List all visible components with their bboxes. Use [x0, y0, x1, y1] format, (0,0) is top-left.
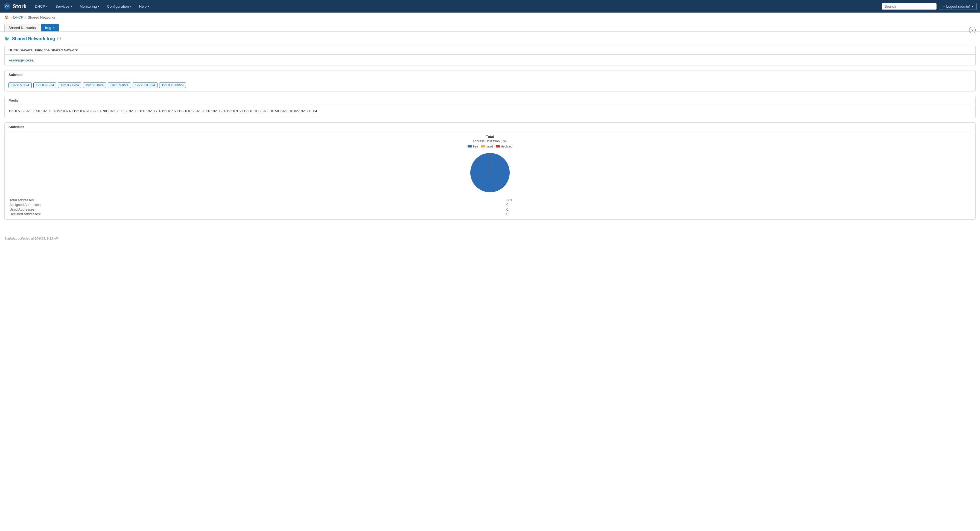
- statistics-section: Statistics Total Address Utilization (0%…: [5, 122, 975, 220]
- nav-right: → Logout (admin) ▾: [882, 3, 977, 10]
- dhcp-servers-section: DHCP Servers Using the Shared Network ke…: [5, 46, 975, 66]
- nav-monitoring[interactable]: Monitoring ▾: [76, 0, 103, 13]
- nav-menu: DHCP ▾ Services ▾ Monitoring ▾ Configura…: [31, 0, 882, 13]
- subnet-tag[interactable]: 192.0.10.0/24: [133, 82, 158, 88]
- chart-legend: free used declined: [8, 145, 972, 148]
- stat-value: 0: [506, 212, 972, 216]
- navbar: Stork DHCP ▾ Services ▾ Monitoring ▾ Con…: [0, 0, 980, 13]
- subnet-tag[interactable]: 192.0.8.0/24: [83, 82, 106, 88]
- stat-value: 0: [506, 208, 972, 211]
- subnet-tag[interactable]: 192.0.10.80/29: [159, 82, 186, 88]
- legend-free-label: free: [473, 145, 478, 148]
- network-icon: 🐦: [5, 36, 10, 41]
- statistics-header: Statistics: [5, 123, 975, 132]
- footer-text: Statistics collected at 10/9/23, 9:23 AM: [5, 237, 59, 240]
- legend-used-label: used: [487, 145, 493, 148]
- stat-label: Assigned Addresses:: [10, 203, 501, 207]
- legend-free-color: [468, 145, 472, 147]
- subnets-body: 192.0.5.0/24192.0.6.0/24192.0.7.0/24192.…: [5, 79, 975, 91]
- nav-dhcp[interactable]: DHCP ▾: [31, 0, 51, 13]
- page-title: 🐦 Shared Network frog ⓘ: [5, 36, 975, 41]
- dhcp-servers-body: kea@agent-kea: [5, 55, 975, 65]
- pools-section: Pools 192.0.5.1-192.0.5.50 192.0.6.1-192…: [5, 96, 975, 118]
- statistics-body: Total Address Utilization (0%) free used…: [5, 132, 975, 219]
- pools-body: 192.0.5.1-192.0.5.50 192.0.6.1-192.0.6.4…: [5, 105, 975, 118]
- page-footer: Statistics collected at 10/9/23, 9:23 AM: [0, 234, 980, 243]
- legend-used: used: [481, 145, 493, 148]
- stat-label: Used Addresses:: [10, 208, 501, 211]
- nav-configuration-chevron: ▾: [130, 5, 132, 8]
- info-icon[interactable]: ⓘ: [57, 36, 61, 41]
- search-input[interactable]: [882, 3, 937, 10]
- subnets-header: Subnets: [5, 70, 975, 79]
- tab-shared-networks[interactable]: Shared Networks: [5, 24, 40, 32]
- brand-name: Stork: [13, 3, 27, 10]
- nav-configuration[interactable]: Configuration ▾: [103, 0, 135, 13]
- nav-dhcp-chevron: ▾: [46, 5, 48, 8]
- pie-chart-container: [8, 151, 972, 195]
- logout-chevron: ▾: [972, 4, 974, 8]
- subnet-tag[interactable]: 192.0.7.0/24: [58, 82, 81, 88]
- chart-subtitle: Address Utilization (0%): [8, 139, 972, 143]
- subnet-tags: 192.0.5.0/24192.0.6.0/24192.0.7.0/24192.…: [8, 82, 972, 88]
- tab-frog[interactable]: frog ×: [41, 24, 59, 32]
- brand-logo[interactable]: Stork: [3, 2, 27, 10]
- nav-help[interactable]: Help ▾: [135, 0, 153, 13]
- legend-free: free: [468, 145, 478, 148]
- server-link[interactable]: kea@agent-kea: [8, 58, 33, 62]
- dhcp-servers-header: DHCP Servers Using the Shared Network: [5, 46, 975, 55]
- breadcrumb: 🏠 › DHCP › Shared Networks: [0, 13, 980, 22]
- logout-button[interactable]: → Logout (admin) ▾: [939, 3, 977, 10]
- stat-value: 0: [506, 203, 972, 207]
- stat-label: Declined Addresses:: [10, 212, 501, 216]
- breadcrumb-dhcp[interactable]: DHCP: [13, 15, 23, 19]
- nav-help-chevron: ▾: [148, 5, 149, 8]
- subnet-tag[interactable]: 192.0.5.0/24: [8, 82, 32, 88]
- subnets-section: Subnets 192.0.5.0/24192.0.6.0/24192.0.7.…: [5, 70, 975, 92]
- nav-monitoring-chevron: ▾: [98, 5, 99, 8]
- stat-value: 363: [506, 198, 972, 202]
- breadcrumb-current: Shared Networks: [28, 15, 55, 19]
- tab-close-icon[interactable]: ×: [53, 26, 55, 30]
- subnet-tag[interactable]: 192.0.9.0/24: [108, 82, 131, 88]
- stats-table: Total Addresses:363Assigned Addresses:0U…: [8, 198, 972, 216]
- subnet-tag[interactable]: 192.0.6.0/24: [33, 82, 57, 88]
- tabs-bar: Shared Networks frog ×: [0, 22, 980, 32]
- nav-services-chevron: ▾: [70, 5, 72, 8]
- legend-declined-label: declined: [501, 145, 512, 148]
- chart-title: Total: [8, 135, 972, 139]
- pie-chart: [468, 151, 512, 195]
- legend-used-color: [481, 145, 485, 147]
- nav-services[interactable]: Services ▾: [51, 0, 76, 13]
- stat-label: Total Addresses:: [10, 198, 501, 202]
- legend-declined-color: [496, 145, 500, 147]
- legend-declined: declined: [496, 145, 512, 148]
- main-content: 🐦 Shared Network frog ⓘ DHCP Servers Usi…: [0, 32, 980, 228]
- pools-header: Pools: [5, 96, 975, 105]
- pools-text: 192.0.5.1-192.0.5.50 192.0.6.1-192.0.6.4…: [8, 108, 972, 114]
- breadcrumb-home[interactable]: 🏠: [5, 15, 9, 19]
